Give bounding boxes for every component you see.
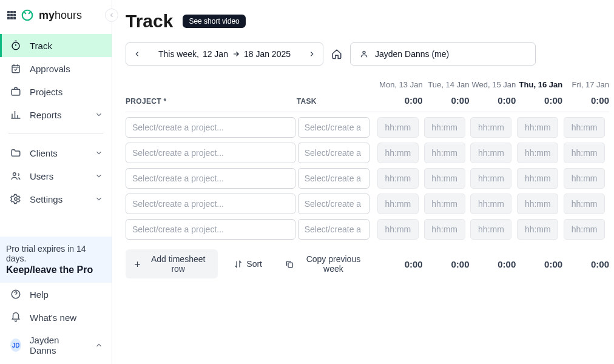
bar-chart-icon bbox=[10, 109, 21, 120]
logo-text: myhours bbox=[39, 9, 82, 22]
time-input[interactable] bbox=[377, 143, 419, 163]
timesheet-table: PROJECT * TASK Mon, 13 JanTue, 14 JanWed… bbox=[126, 80, 609, 278]
sidebar-item-whats-new[interactable]: What's new bbox=[0, 306, 112, 329]
timesheet-row bbox=[126, 191, 609, 217]
sidebar-item-help[interactable]: Help bbox=[0, 283, 112, 306]
chevron-up-icon bbox=[95, 341, 103, 349]
project-input[interactable] bbox=[126, 143, 295, 163]
sidebar-item-label: Approvals bbox=[30, 64, 70, 74]
timesheet-row bbox=[126, 217, 609, 242]
time-input[interactable] bbox=[517, 168, 558, 189]
next-week-button[interactable] bbox=[301, 43, 323, 65]
time-input[interactable] bbox=[517, 219, 558, 240]
time-input[interactable] bbox=[470, 168, 511, 189]
copy-prev-button[interactable]: Copy previous week bbox=[278, 249, 376, 278]
calendar-check-icon bbox=[10, 63, 21, 74]
time-input[interactable] bbox=[424, 143, 465, 163]
logo-row: myhours bbox=[0, 0, 112, 30]
day-total-footer: 0:00 bbox=[423, 242, 470, 278]
project-input[interactable] bbox=[126, 194, 295, 214]
time-input[interactable] bbox=[564, 194, 605, 214]
col-header-day: Mon, 13 Jan bbox=[376, 80, 423, 95]
see-video-badge[interactable]: See short video bbox=[183, 15, 245, 28]
sidebar-collapse-button[interactable] bbox=[105, 8, 118, 22]
time-input[interactable] bbox=[470, 194, 511, 214]
sort-button[interactable]: Sort bbox=[226, 254, 269, 274]
sidebar-item-label: Settings bbox=[30, 194, 62, 204]
trial-line2: Keep/leave the Pro bbox=[6, 265, 106, 275]
task-input[interactable] bbox=[298, 117, 369, 138]
time-input[interactable] bbox=[470, 143, 511, 163]
time-input[interactable] bbox=[517, 143, 558, 163]
time-input[interactable] bbox=[564, 117, 605, 138]
time-input[interactable] bbox=[424, 194, 465, 214]
time-input[interactable] bbox=[424, 168, 465, 189]
col-header-task: TASK bbox=[297, 80, 376, 112]
copy-label: Copy previous week bbox=[298, 254, 369, 274]
home-button[interactable] bbox=[331, 48, 343, 60]
app-launcher-icon[interactable] bbox=[7, 11, 16, 19]
task-input[interactable] bbox=[298, 143, 369, 163]
svg-rect-3 bbox=[12, 89, 20, 95]
day-total-footer: 0:00 bbox=[516, 242, 562, 278]
stopwatch-icon bbox=[10, 40, 21, 51]
logo-icon bbox=[21, 8, 34, 22]
time-input[interactable] bbox=[564, 219, 605, 240]
time-input[interactable] bbox=[424, 117, 465, 138]
user-filter[interactable]: Jayden Danns (me) bbox=[350, 42, 536, 66]
sidebar-item-clients[interactable]: Clients bbox=[0, 141, 112, 164]
day-total-header: 0:00 bbox=[423, 95, 470, 112]
sidebar-item-approvals[interactable]: Approvals bbox=[0, 57, 112, 80]
time-input[interactable] bbox=[517, 117, 558, 138]
sidebar-nav: Track Approvals Projects Reports bbox=[0, 30, 112, 237]
users-icon bbox=[10, 170, 21, 181]
sidebar-item-label: Users bbox=[30, 171, 53, 181]
day-total-header: 0:00 bbox=[562, 95, 609, 112]
week-picker: This week, 12 Jan 18 Jan 2025 bbox=[126, 42, 323, 66]
sidebar-item-track[interactable]: Track bbox=[0, 34, 112, 57]
project-input[interactable] bbox=[126, 168, 295, 189]
plus-icon bbox=[133, 260, 142, 269]
time-input[interactable] bbox=[564, 143, 605, 163]
add-row-button[interactable]: Add timesheet row bbox=[126, 249, 218, 278]
task-input[interactable] bbox=[298, 194, 369, 214]
chevron-down-icon bbox=[95, 149, 103, 157]
sidebar-item-reports[interactable]: Reports bbox=[0, 103, 112, 126]
sidebar-item-label: Track bbox=[30, 41, 52, 51]
time-input[interactable] bbox=[517, 194, 558, 214]
sidebar-item-user[interactable]: JD Jayden Danns bbox=[0, 329, 112, 362]
chevron-down-icon bbox=[95, 172, 103, 180]
main-content: Track See short video This week, 12 Jan … bbox=[112, 0, 614, 364]
copy-icon bbox=[285, 260, 294, 269]
sidebar-item-users[interactable]: Users bbox=[0, 164, 112, 187]
project-input[interactable] bbox=[126, 219, 295, 240]
page-title: Track bbox=[126, 11, 173, 32]
task-input[interactable] bbox=[298, 168, 369, 189]
add-row-label: Add timesheet row bbox=[146, 254, 211, 274]
project-input[interactable] bbox=[126, 117, 295, 138]
time-input[interactable] bbox=[470, 117, 511, 138]
week-range[interactable]: This week, 12 Jan 18 Jan 2025 bbox=[148, 49, 301, 59]
day-total-footer: 0:00 bbox=[562, 242, 609, 278]
time-input[interactable] bbox=[564, 168, 605, 189]
time-input[interactable] bbox=[377, 219, 419, 240]
avatar: JD bbox=[10, 339, 21, 352]
time-input[interactable] bbox=[377, 168, 419, 189]
time-input[interactable] bbox=[470, 219, 511, 240]
sidebar-item-settings[interactable]: Settings bbox=[0, 187, 112, 211]
timesheet-row bbox=[126, 140, 609, 166]
sidebar-item-projects[interactable]: Projects bbox=[0, 80, 112, 103]
sidebar-item-label: Clients bbox=[30, 148, 58, 158]
trial-banner[interactable]: Pro trial expires in 14 days. Keep/leave… bbox=[0, 237, 112, 283]
col-header-day: Tue, 14 Jan bbox=[423, 80, 470, 95]
sort-icon bbox=[234, 260, 243, 269]
prev-week-button[interactable] bbox=[126, 43, 148, 65]
sidebar-item-label: Help bbox=[30, 289, 49, 300]
time-input[interactable] bbox=[377, 117, 419, 138]
time-input[interactable] bbox=[377, 194, 419, 214]
bell-icon bbox=[10, 312, 21, 323]
chevron-down-icon bbox=[95, 110, 103, 119]
timesheet-row bbox=[126, 166, 609, 191]
time-input[interactable] bbox=[424, 219, 465, 240]
task-input[interactable] bbox=[298, 219, 369, 240]
